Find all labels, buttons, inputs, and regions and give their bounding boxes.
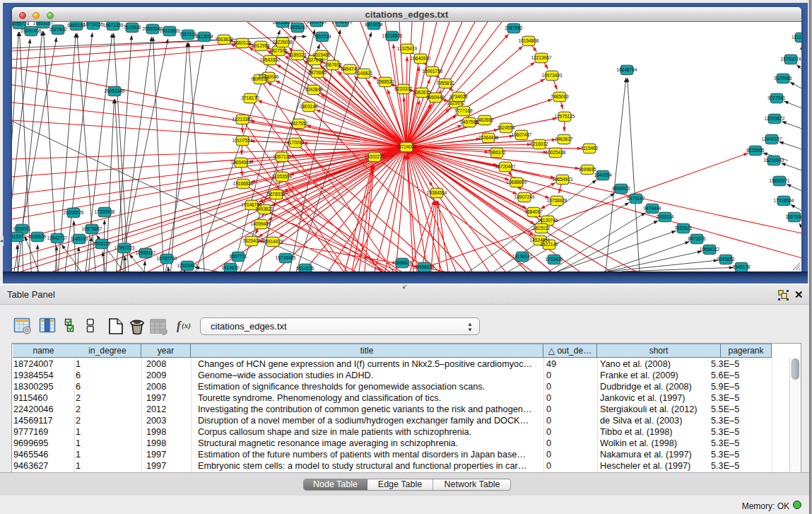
svg-text:7955812: 7955812 <box>436 81 454 86</box>
svg-text:7515526: 7515526 <box>123 25 141 30</box>
svg-text:15720407: 15720407 <box>495 164 516 169</box>
svg-text:8938923: 8938923 <box>612 186 630 191</box>
svg-text:8813054: 8813054 <box>365 22 383 27</box>
svg-text:19166825: 19166825 <box>233 181 254 186</box>
svg-text:20364436: 20364436 <box>478 135 499 140</box>
svg-text:16671355: 16671355 <box>103 23 124 28</box>
svg-text:2935114: 2935114 <box>657 214 674 219</box>
svg-text:9345178: 9345178 <box>732 264 751 269</box>
svg-text:4170081: 4170081 <box>286 140 305 145</box>
svg-text:9315466: 9315466 <box>312 52 331 57</box>
svg-text:1145193: 1145193 <box>71 236 88 241</box>
svg-text:16640910: 16640910 <box>411 56 431 61</box>
svg-text:16782759: 16782759 <box>157 256 177 261</box>
svg-text:15692971: 15692971 <box>770 178 790 183</box>
svg-text:9827506: 9827506 <box>269 48 288 53</box>
svg-text:11325419: 11325419 <box>397 46 418 51</box>
svg-text:9657771: 9657771 <box>229 254 247 259</box>
svg-text:19654983: 19654983 <box>231 160 252 165</box>
svg-text:10719155: 10719155 <box>83 22 104 27</box>
svg-text:20206576: 20206576 <box>64 210 84 215</box>
svg-text:7625402: 7625402 <box>242 238 261 243</box>
svg-text:5878332: 5878332 <box>267 192 286 197</box>
svg-text:14055724: 14055724 <box>12 22 30 26</box>
svg-text:16961758: 16961758 <box>423 69 443 74</box>
svg-text:10975887: 10975887 <box>82 226 102 231</box>
svg-text:5875685: 5875685 <box>308 70 326 75</box>
svg-text:8186323: 8186323 <box>288 52 307 57</box>
svg-text:8471676: 8471676 <box>688 236 706 241</box>
svg-text:7357224: 7357224 <box>179 32 197 37</box>
svg-text:(x): (x) <box>182 321 191 330</box>
svg-text:5614226: 5614226 <box>296 266 314 271</box>
svg-text:7357224: 7357224 <box>313 34 331 39</box>
svg-text:2505115: 2505115 <box>93 241 111 246</box>
svg-text:9227341: 9227341 <box>767 95 786 100</box>
svg-text:10154808: 10154808 <box>519 38 539 43</box>
svg-text:9427552: 9427552 <box>290 121 308 126</box>
svg-text:16648784: 16648784 <box>617 67 637 72</box>
svg-text:8990448: 8990448 <box>426 95 445 100</box>
svg-text:24942603: 24942603 <box>332 22 353 24</box>
svg-text:14136141: 14136141 <box>512 254 533 259</box>
svg-text:16210643: 16210643 <box>764 158 784 163</box>
svg-text:14099489: 14099489 <box>251 221 271 226</box>
svg-text:9684067: 9684067 <box>524 209 543 214</box>
svg-text:9890162: 9890162 <box>251 76 269 81</box>
svg-text:7485063: 7485063 <box>551 94 569 99</box>
svg-text:17957223: 17957223 <box>114 245 135 250</box>
svg-text:18907249: 18907249 <box>514 194 535 199</box>
svg-text:10655267: 10655267 <box>288 25 308 30</box>
svg-text:15751074: 15751074 <box>781 57 801 62</box>
svg-text:7663822: 7663822 <box>215 37 233 42</box>
svg-text:1419610: 1419610 <box>221 265 240 270</box>
svg-text:2087682: 2087682 <box>505 25 523 30</box>
svg-text:7632621: 7632621 <box>674 226 693 230</box>
svg-text:1733426: 1733426 <box>545 257 563 262</box>
svg-text:10607487: 10607487 <box>512 132 532 137</box>
svg-text:12213967: 12213967 <box>531 55 552 60</box>
svg-text:1815112: 1815112 <box>533 226 551 230</box>
svg-text:23226058: 23226058 <box>273 40 293 45</box>
svg-text:8215955: 8215955 <box>746 148 765 153</box>
svg-text:1362615: 1362615 <box>413 90 431 95</box>
svg-text:1156829: 1156829 <box>29 234 47 239</box>
svg-text:18120746: 18120746 <box>538 218 558 223</box>
svg-text:9245652: 9245652 <box>717 257 735 262</box>
svg-text:16914479: 16914479 <box>263 239 283 244</box>
svg-text:12213383: 12213383 <box>233 117 253 122</box>
svg-text:12942737: 12942737 <box>47 235 68 240</box>
svg-text:95822412: 95822412 <box>307 22 327 24</box>
svg-text:20053346: 20053346 <box>105 88 125 93</box>
svg-text:8813054: 8813054 <box>195 34 213 39</box>
svg-text:2967608: 2967608 <box>324 62 342 67</box>
svg-text:19218506: 19218506 <box>382 33 403 38</box>
svg-text:9463627: 9463627 <box>555 136 573 141</box>
svg-text:42868828: 42868828 <box>392 260 413 265</box>
svg-text:17016504: 17016504 <box>774 198 794 203</box>
svg-text:10025438: 10025438 <box>546 150 566 155</box>
svg-text:10973493: 10973493 <box>542 73 563 78</box>
svg-text:2522140: 2522140 <box>540 242 558 247</box>
svg-text:12975125: 12975125 <box>555 114 575 119</box>
svg-text:11124173: 11124173 <box>792 35 801 40</box>
svg-text:19654923: 19654923 <box>553 177 573 182</box>
svg-text:12923463: 12923463 <box>177 263 198 268</box>
svg-text:15302275: 15302275 <box>365 154 385 159</box>
svg-text:9699695: 9699695 <box>578 167 596 172</box>
svg-text:9242848: 9242848 <box>305 87 323 92</box>
svg-text:10653267: 10653267 <box>33 22 54 25</box>
svg-text:7986372: 7986372 <box>488 150 506 155</box>
svg-text:10756928: 10756928 <box>547 198 567 203</box>
svg-text:9777169: 9777169 <box>454 108 473 113</box>
svg-text:9335001: 9335001 <box>13 226 31 231</box>
svg-text:3493822: 3493822 <box>255 206 273 211</box>
svg-text:9129966: 9129966 <box>774 76 792 81</box>
svg-text:8220337: 8220337 <box>394 86 413 91</box>
svg-text:10688609: 10688609 <box>507 180 527 185</box>
svg-text:39958838: 39958838 <box>414 264 435 269</box>
svg-text:8660123: 8660123 <box>233 40 252 45</box>
svg-text:1462662: 1462662 <box>476 117 494 122</box>
svg-text:3624554: 3624554 <box>497 125 515 130</box>
svg-text:12444157: 12444157 <box>762 136 782 141</box>
